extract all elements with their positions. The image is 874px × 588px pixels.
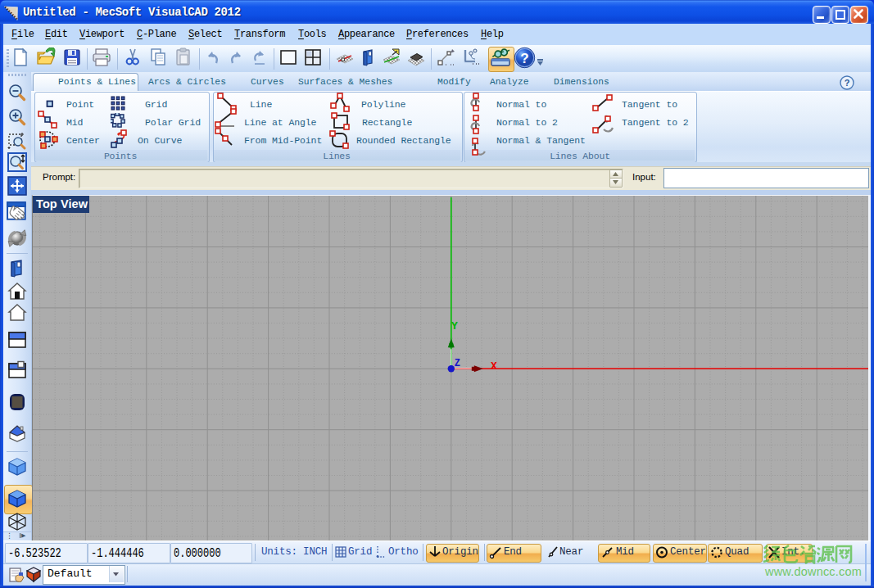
svg-text:Z: Z: [454, 358, 460, 369]
svg-text:Y: Y: [451, 320, 457, 332]
svg-text:?: ?: [520, 51, 528, 66]
svg-text:X: X: [490, 360, 496, 373]
svg-text:?: ?: [845, 78, 850, 88]
